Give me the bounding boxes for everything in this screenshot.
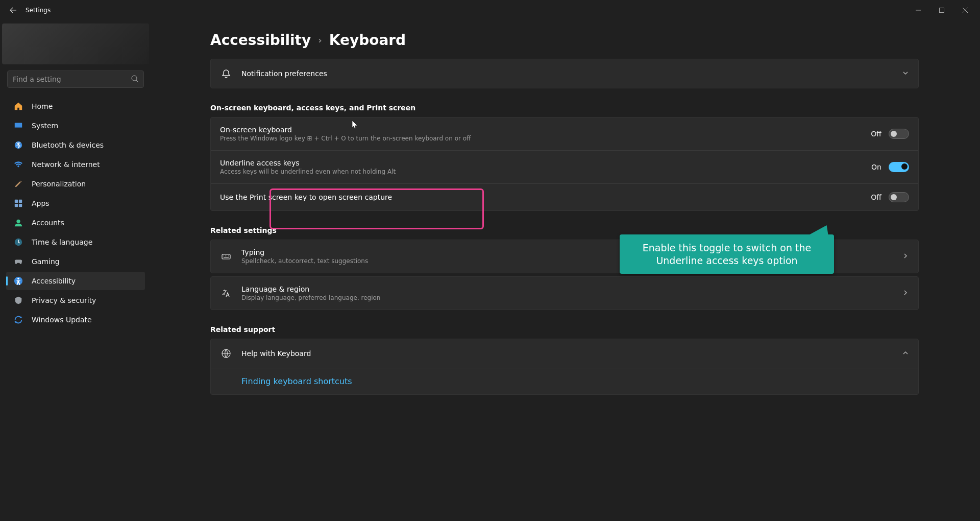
system-icon [13, 121, 23, 131]
sidebar-item-time[interactable]: Time & language [6, 233, 145, 251]
row-help-link[interactable]: Finding keyboard shortcuts [211, 368, 918, 394]
sidebar-item-label: Gaming [32, 257, 60, 266]
sidebar-item-accessibility[interactable]: Accessibility [6, 272, 145, 290]
sidebar-item-label: System [32, 122, 58, 130]
sidebar-item-network[interactable]: Network & internet [6, 155, 145, 174]
language-icon [220, 287, 232, 299]
sidebar-item-label: Windows Update [32, 316, 92, 324]
notification-preferences-row[interactable]: Notification preferences [210, 59, 919, 88]
sidebar-item-label: Accounts [32, 219, 64, 227]
svg-rect-2 [15, 123, 22, 128]
bluetooth-icon [13, 140, 23, 150]
svg-rect-13 [222, 254, 230, 259]
sidebar-item-system[interactable]: System [6, 116, 145, 135]
sidebar-item-personalization[interactable]: Personalization [6, 175, 145, 193]
svg-rect-5 [15, 200, 18, 203]
row-language-region[interactable]: Language & region Display language, pref… [210, 276, 919, 310]
chevron-up-icon [902, 349, 909, 359]
main-content: Accessibility › Keyboard Notification pr… [153, 20, 980, 521]
osk-group: On-screen keyboard Press the Windows log… [210, 117, 919, 211]
window-title: Settings [26, 7, 51, 14]
annotation-callout: Enable this toggle to switch on the Unde… [620, 234, 834, 274]
callout-text: Enable this toggle to switch on the Unde… [643, 242, 811, 266]
home-icon [13, 101, 23, 111]
sidebar-item-label: Privacy & security [32, 296, 96, 304]
accessibility-icon [13, 276, 23, 286]
person-icon [13, 218, 23, 228]
row-title: Language & region [241, 285, 893, 293]
svg-point-9 [16, 220, 20, 223]
toggle-state-label: Off [871, 193, 881, 201]
svg-rect-0 [940, 8, 944, 13]
chevron-right-icon [902, 289, 909, 298]
toggle-onscreen-keyboard[interactable] [889, 129, 909, 139]
gamepad-icon [13, 256, 23, 267]
svg-rect-8 [19, 204, 22, 207]
maximize-button[interactable] [930, 2, 953, 18]
bell-icon [220, 67, 232, 80]
row-title: Underline access keys [220, 159, 862, 167]
sidebar-item-apps[interactable]: Apps [6, 194, 145, 212]
chevron-down-icon [902, 69, 909, 79]
sidebar-item-accounts[interactable]: Accounts [6, 214, 145, 232]
sidebar-item-label: Apps [32, 199, 50, 207]
row-subtitle: Display language, preferred language, re… [241, 294, 893, 301]
breadcrumb: Accessibility › Keyboard [210, 32, 919, 49]
sidebar-item-label: Bluetooth & devices [32, 141, 104, 149]
row-title: On-screen keyboard [220, 126, 862, 134]
chevron-right-icon: › [318, 35, 322, 45]
sidebar-item-label: Network & internet [32, 160, 100, 169]
toggle-print-screen[interactable] [889, 192, 909, 202]
support-group: Help with Keyboard Finding keyboard shor… [210, 339, 919, 395]
back-button[interactable] [3, 0, 23, 20]
svg-rect-3 [15, 127, 22, 128]
row-subtitle: Press the Windows logo key ⊞ + Ctrl + O … [220, 135, 862, 142]
brush-icon [13, 179, 23, 189]
breadcrumb-parent[interactable]: Accessibility [210, 32, 311, 49]
toggle-underline-access-keys[interactable] [889, 162, 909, 172]
shield-icon [13, 295, 23, 305]
account-banner[interactable] [2, 23, 149, 64]
row-title: Help with Keyboard [241, 349, 893, 358]
row-underline-access-keys: Underline access keys Access keys will b… [211, 150, 918, 183]
svg-rect-6 [19, 200, 22, 203]
sidebar-item-label: Accessibility [32, 277, 76, 285]
row-onscreen-keyboard: On-screen keyboard Press the Windows log… [211, 117, 918, 150]
sidebar-item-bluetooth[interactable]: Bluetooth & devices [6, 136, 145, 154]
sidebar-item-label: Personalization [32, 180, 86, 188]
sidebar-item-gaming[interactable]: Gaming [6, 252, 145, 271]
close-button[interactable] [953, 2, 977, 18]
minimize-button[interactable] [906, 2, 930, 18]
svg-rect-7 [15, 204, 18, 207]
apps-icon [13, 198, 23, 208]
help-link[interactable]: Finding keyboard shortcuts [241, 376, 352, 386]
globe-icon [220, 347, 232, 360]
row-title: Notification preferences [241, 69, 893, 78]
update-icon [13, 315, 23, 325]
row-subtitle: Access keys will be underlined even when… [220, 168, 862, 175]
sidebar-item-privacy[interactable]: Privacy & security [6, 291, 145, 310]
svg-point-12 [17, 278, 19, 280]
sidebar: Home System Bluetooth & devices Network … [0, 20, 153, 521]
section-heading-osk: On-screen keyboard, access keys, and Pri… [210, 104, 919, 112]
breadcrumb-current: Keyboard [329, 32, 406, 49]
toggle-state-label: On [871, 163, 881, 171]
keyboard-icon [220, 250, 232, 263]
sidebar-item-label: Home [32, 102, 53, 110]
clock-icon [13, 237, 23, 247]
search-icon [131, 75, 139, 85]
row-help-keyboard[interactable]: Help with Keyboard [211, 339, 918, 368]
section-heading-related-support: Related support [210, 325, 919, 334]
search-input[interactable] [7, 70, 144, 88]
chevron-right-icon [902, 252, 909, 262]
wifi-icon [13, 159, 23, 170]
sidebar-item-home[interactable]: Home [6, 97, 145, 115]
svg-point-1 [132, 76, 137, 81]
toggle-state-label: Off [871, 130, 881, 138]
sidebar-item-label: Time & language [32, 238, 92, 246]
titlebar: Settings [0, 0, 980, 20]
sidebar-item-windowsupdate[interactable]: Windows Update [6, 311, 145, 329]
row-print-screen: Use the Print screen key to open screen … [211, 183, 918, 210]
row-title: Use the Print screen key to open screen … [220, 193, 862, 201]
